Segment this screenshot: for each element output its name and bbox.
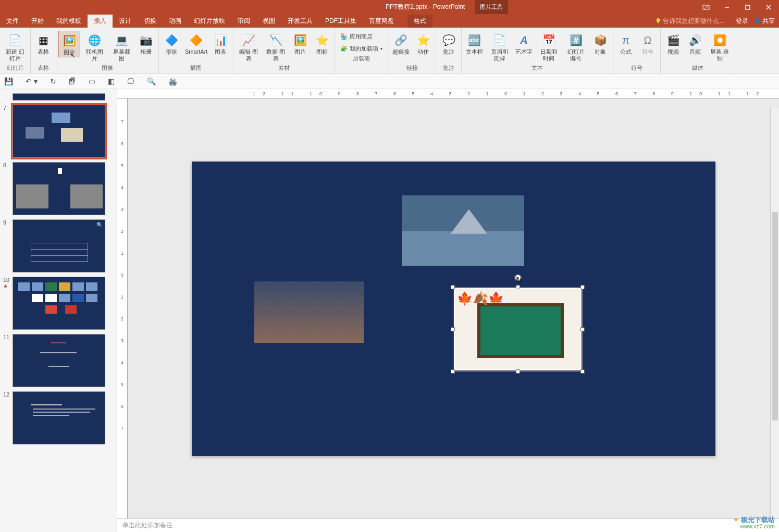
action-icon: ⭐ xyxy=(415,32,431,48)
resize-handle-e[interactable] xyxy=(580,327,585,331)
tab-review[interactable]: 审阅 xyxy=(231,15,256,28)
tell-me-input[interactable]: 告诉我您想要做什么... xyxy=(650,15,729,28)
group-media: 🎬视频 🔊音频 ⏺️屏幕 录制 媒体 xyxy=(661,28,735,73)
asset-picture-icon: 🖼️ xyxy=(292,32,308,48)
new-slide-button[interactable]: 📄新建 幻灯片 xyxy=(2,31,28,63)
shapes-button[interactable]: 🔷形状 xyxy=(161,31,182,56)
group-links: 🔗超链接 ⭐动作 链接 xyxy=(388,28,436,73)
qat-btn-8[interactable]: 🔍 xyxy=(147,77,156,85)
maximize-button[interactable] xyxy=(737,0,758,14)
edit-chart-button[interactable]: 📈编辑 图表 xyxy=(236,31,262,63)
screen-recording-button[interactable]: ⏺️屏幕 录制 xyxy=(707,31,733,63)
slide-number-button[interactable]: #️⃣幻灯片 编号 xyxy=(563,31,589,63)
asset-picture-button[interactable]: 🖼️图片 xyxy=(290,31,311,56)
header-footer-button[interactable]: 📄页眉和页脚 xyxy=(486,31,512,63)
photo-album-button[interactable]: 📷相册 xyxy=(135,31,156,56)
thumbnail-6-partial[interactable] xyxy=(0,91,117,103)
comment-icon: 💬 xyxy=(440,32,457,48)
audio-button[interactable]: 🔊音频 xyxy=(685,31,706,56)
my-addins-button[interactable]: 🧩我的加载项 ▾ xyxy=(337,44,386,54)
wordart-button[interactable]: A艺术字 xyxy=(513,31,535,56)
minimize-button[interactable] xyxy=(716,0,737,14)
vertical-ruler[interactable]: 765432101234567 xyxy=(117,98,128,518)
tab-developer[interactable]: 开发工具 xyxy=(281,15,319,28)
ribbon-display-options-button[interactable] xyxy=(696,0,716,14)
online-picture-icon: 🌐 xyxy=(86,32,103,48)
tab-animations[interactable]: 动画 xyxy=(163,15,188,28)
save-button[interactable]: 💾 xyxy=(4,77,13,85)
chart-button[interactable]: 📊图表 xyxy=(210,31,231,56)
context-tool-group-label: 图片工具 xyxy=(480,3,503,11)
current-slide[interactable]: ↻ xyxy=(192,162,715,456)
comment-button[interactable]: 💬批注 xyxy=(438,31,459,56)
share-button[interactable]: 👤 共享 xyxy=(755,17,775,26)
slide-image-mountain[interactable] xyxy=(402,195,524,266)
close-button[interactable] xyxy=(758,0,779,14)
tab-insert[interactable]: 插入 xyxy=(88,15,113,28)
thumbnail-8[interactable]: 8 xyxy=(0,160,117,217)
thumbnail-11[interactable]: 11 xyxy=(0,332,117,389)
resize-handle-nw[interactable] xyxy=(451,285,455,289)
slide-image-chalkboard-selected[interactable] xyxy=(454,288,582,370)
picture-button[interactable]: 🖼️图片↖ xyxy=(58,31,80,57)
tab-transitions[interactable]: 切换 xyxy=(138,15,163,28)
online-picture-button[interactable]: 🌐联机图片 xyxy=(81,31,107,63)
hyperlink-button[interactable]: 🔗超链接 xyxy=(390,31,412,56)
undo-button[interactable]: ↶ ▾ xyxy=(26,77,38,85)
group-images: 🖼️图片↖ 🌐联机图片 💻屏幕截图 📷相册 图像 xyxy=(56,28,159,73)
screen-rec-icon: ⏺️ xyxy=(711,32,728,48)
qat-btn-4[interactable]: 🗐 xyxy=(69,77,76,85)
thumbnail-10[interactable]: 10★ xyxy=(0,275,117,332)
album-icon: 📷 xyxy=(138,32,154,48)
thumbnail-9[interactable]: 9🔍 xyxy=(0,217,117,275)
thumbnail-12[interactable]: 12 xyxy=(0,389,117,447)
datetime-button[interactable]: 📅日期和时间 xyxy=(536,31,562,63)
qat-btn-6[interactable]: ◧ xyxy=(108,77,115,85)
screenshot-icon: 💻 xyxy=(113,32,130,48)
equation-icon: π xyxy=(617,32,634,48)
smartart-button[interactable]: 🔶SmartArt xyxy=(183,31,209,56)
resize-handle-n[interactable] xyxy=(516,285,520,289)
qat-btn-5[interactable]: ▭ xyxy=(89,77,95,85)
resize-handle-sw[interactable] xyxy=(451,369,455,374)
tab-view[interactable]: 视图 xyxy=(256,15,281,28)
thumbnail-7[interactable]: 7 xyxy=(0,103,117,160)
resize-handle-se[interactable] xyxy=(580,369,585,374)
login-button[interactable]: 登录 xyxy=(736,17,748,26)
vertical-scrollbar[interactable] xyxy=(770,108,779,518)
app-store-button[interactable]: 🏪应用商店 xyxy=(337,32,386,42)
horizontal-ruler[interactable]: 12 11 10 9 8 7 6 5 4 3 2 1 0 1 2 3 4 5 6… xyxy=(117,89,779,98)
tab-file[interactable]: 文件 xyxy=(0,15,25,28)
tab-slideshow[interactable]: 幻灯片放映 xyxy=(188,15,231,28)
qat-btn-9[interactable]: 🖨️ xyxy=(168,77,177,85)
asset-icon-button[interactable]: ⭐图标 xyxy=(312,31,332,56)
tab-home[interactable]: 开始 xyxy=(25,15,50,28)
qat-btn-7[interactable]: 🖵 xyxy=(127,77,134,85)
textbox-button[interactable]: 🔤文本框 xyxy=(464,31,485,56)
slide-thumbnails-panel[interactable]: 7 8 9🔍 10★ 11 12 xyxy=(0,89,117,532)
data-chart-button[interactable]: 📉数据 图表 xyxy=(263,31,289,63)
resize-handle-ne[interactable] xyxy=(580,285,585,289)
group-addins: 🏪应用商店 🧩我的加载项 ▾ 加载项 xyxy=(335,28,388,73)
animation-indicator-icon: ★ xyxy=(3,283,8,289)
tab-pdf-tools[interactable]: PDF工具集 xyxy=(319,15,363,28)
screenshot-button[interactable]: 💻屏幕截图 xyxy=(108,31,134,63)
resize-handle-s[interactable] xyxy=(516,369,520,374)
object-button[interactable]: 📦对象 xyxy=(590,31,611,56)
redo-button[interactable]: ↻ xyxy=(50,77,56,85)
scrollbar-thumb[interactable] xyxy=(772,212,778,420)
tab-picture-format[interactable]: 格式 xyxy=(407,15,432,28)
tab-my-templates[interactable]: 我的模板 xyxy=(50,15,88,28)
notes-pane[interactable]: 单击此处添加备注 xyxy=(117,518,779,532)
action-button[interactable]: ⭐动作 xyxy=(413,31,434,56)
video-button[interactable]: 🎬视频 xyxy=(663,31,684,56)
slide-canvas-area[interactable]: ↻ xyxy=(128,98,779,518)
tab-baidu-netdisk[interactable]: 百度网盘 xyxy=(363,15,400,28)
tab-design[interactable]: 设计 xyxy=(113,15,138,28)
rotation-handle[interactable]: ↻ xyxy=(514,274,522,281)
table-button[interactable]: ▦表格 xyxy=(33,31,54,56)
slide-image-cityscape[interactable] xyxy=(254,281,364,343)
smartart-icon: 🔶 xyxy=(188,32,204,48)
equation-button[interactable]: π公式 xyxy=(615,31,636,56)
resize-handle-w[interactable] xyxy=(451,327,455,331)
